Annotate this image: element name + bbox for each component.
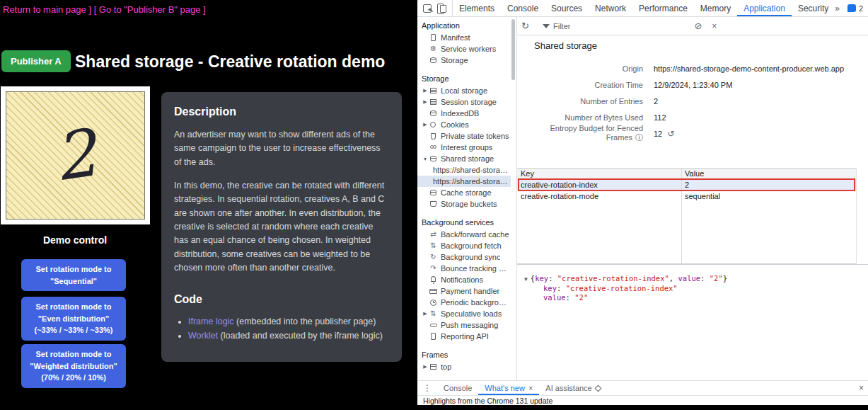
service-worker-icon: ⚙ <box>429 45 438 53</box>
sidebar-item-bounce-tracking[interactable]: ↷Bounce tracking miti… <box>417 263 511 274</box>
sidebar-item-payment-handler[interactable]: Payment handler <box>417 285 511 297</box>
sync-arrows-icon: ↻ <box>429 253 438 261</box>
sidebar-item-push-messaging[interactable]: Push messaging <box>417 319 511 331</box>
colon: : <box>566 293 575 302</box>
preview-object-line[interactable]: ▼{key: "creative-rotation-index", value:… <box>524 274 868 284</box>
info-icon[interactable]: ⓘ <box>635 133 643 142</box>
more-panels-icon[interactable]: » <box>835 4 840 13</box>
sidebar-item-session-storage[interactable]: ▶Session storage <box>417 96 511 108</box>
sidebar-section-frames[interactable]: Frames <box>417 348 511 361</box>
sidebar-item-label: Private state tokens <box>441 132 509 140</box>
iframe-logic-link[interactable]: Iframe logic <box>188 317 234 326</box>
clear-events-icon[interactable]: ⊘ <box>694 21 702 31</box>
close-icon[interactable]: × <box>712 21 717 31</box>
table-row-creative-rotation-mode[interactable]: creative-rotation-mode sequential <box>517 190 856 202</box>
chevron-right-icon[interactable]: ▶ <box>422 88 429 93</box>
sidebar-item-label: Background fetch <box>441 241 502 250</box>
meta-label-text: Entropy Budget for Fenced Frames <box>550 124 643 142</box>
sidebar-item-background-fetch[interactable]: ⇅Background fetch <box>417 240 511 251</box>
scrollbar-thumb[interactable] <box>511 19 515 80</box>
button-label-line: (~33% / ~33% / ~33%) <box>24 324 123 336</box>
sidebar-item-private-state-tokens[interactable]: Private state tokens <box>417 130 511 142</box>
sidebar-item-shared-storage[interactable]: ▼Shared storage <box>417 153 511 164</box>
sidebar-item-background-sync[interactable]: ↻Background sync <box>417 251 511 263</box>
sidebar-item-service-workers[interactable]: ⚙Service workers <box>417 43 511 55</box>
rotation-mode-weighted-distribution-button[interactable]: Set rotation mode to "Weighted distribut… <box>21 344 126 388</box>
colon: : <box>548 274 557 283</box>
sidebar-section-storage[interactable]: Storage <box>417 72 511 85</box>
creative-digit: 2 <box>50 120 100 190</box>
meta-label: Number of Bytes Used <box>517 113 643 122</box>
value-column-header[interactable]: Value <box>681 169 704 178</box>
tab-network[interactable]: Network <box>589 0 632 16</box>
meta-row-entropy-budget: Entropy Budget for Fenced Framesⓘ 12↺ <box>517 125 868 142</box>
tab-memory[interactable]: Memory <box>694 0 737 16</box>
sidebar-item-back-forward-cache[interactable]: ⇄Back/forward cache <box>417 229 511 240</box>
sidebar-item-manifest[interactable]: Manifest <box>417 32 511 43</box>
bell-icon <box>429 275 438 284</box>
column-divider[interactable] <box>681 169 682 263</box>
sidebar-item-cache-storage[interactable]: Cache storage <box>417 187 511 198</box>
comma: , <box>669 274 678 283</box>
sidebar-item-top-frame[interactable]: ▶top <box>417 361 511 372</box>
top-nav-links[interactable]: Return to main page ] [ Go to "Publisher… <box>3 4 206 15</box>
chevron-right-icon[interactable]: ▶ <box>422 99 429 105</box>
sidebar-item-storage-buckets[interactable]: Storage buckets <box>417 198 511 210</box>
issues-counter[interactable]: 2 <box>847 4 863 13</box>
sidebar-item-label: Shared storage <box>441 154 494 163</box>
tab-sources[interactable]: Sources <box>545 0 589 16</box>
sidebar-section-application[interactable]: Application <box>417 19 511 32</box>
tab-security[interactable]: Security <box>792 0 835 16</box>
sidebar-item-notifications[interactable]: Notifications <box>417 274 511 285</box>
device-toolbar-icon[interactable] <box>437 4 446 13</box>
sidebar-section-background-services[interactable]: Background services <box>417 216 511 229</box>
sidebar-item-shared-storage-origin-2[interactable]: https://shared-storage… <box>417 176 511 187</box>
string-value: "creative-rotation-index" <box>566 284 678 292</box>
chevron-right-icon[interactable]: ▶ <box>422 122 429 127</box>
string-value: "2" <box>710 274 723 283</box>
sidebar-item-reporting-api[interactable]: Reporting API <box>417 331 511 342</box>
key-column-header[interactable]: Key <box>517 169 681 178</box>
drawer-tab-ai-assistance[interactable]: AI assistance <box>539 381 606 395</box>
colon: : <box>557 284 566 292</box>
sidebar-item-indexeddb[interactable]: IndexedDB <box>417 108 511 119</box>
tab-performance[interactable]: Performance <box>632 0 694 16</box>
rotation-mode-sequential-button[interactable]: Set rotation mode to "Sequential" <box>21 259 126 291</box>
spark-icon <box>594 385 601 392</box>
rotation-mode-even-distribution-button[interactable]: Set rotation mode to "Even distribution"… <box>21 297 126 341</box>
tab-application[interactable]: Application <box>737 0 792 16</box>
sidebar-item-label: Background sync <box>441 253 500 261</box>
sidebar-item-interest-groups[interactable]: Interest groups <box>417 142 511 153</box>
filter-funnel-icon[interactable] <box>543 24 550 28</box>
table-row-creative-rotation-index[interactable]: creative-rotation-index 2 <box>517 179 856 190</box>
colon: : <box>700 274 710 283</box>
chevron-right-icon[interactable]: ▶ <box>422 364 429 370</box>
chevron-right-icon[interactable]: ▶ <box>422 311 429 317</box>
meta-value: https://shared-storage-demo-content-prod… <box>654 64 844 73</box>
sidebar-item-speculative-loads[interactable]: ▶⇅Speculative loads <box>417 308 511 319</box>
button-label-line: (70% / 20% / 10%) <box>24 372 123 384</box>
drawer-tab-whats-new[interactable]: What's new× <box>478 381 539 395</box>
devtools-body: Application Manifest ⚙Service workers St… <box>417 17 868 380</box>
chevron-down-icon[interactable]: ▼ <box>422 156 429 161</box>
sidebar-scrollbar[interactable] <box>511 17 516 380</box>
filter-label[interactable]: Filter <box>553 22 570 30</box>
close-icon[interactable]: × <box>528 384 533 392</box>
refresh-icon[interactable]: ↻ <box>521 21 537 31</box>
sidebar-item-shared-storage-origin-1[interactable]: https://shared-storage… <box>417 164 511 176</box>
sidebar-item-local-storage[interactable]: ▶Local storage <box>417 85 511 96</box>
database-icon <box>429 56 438 64</box>
drawer-tab-console[interactable]: Console <box>437 381 478 395</box>
demo-control-heading: Demo control <box>0 234 150 246</box>
reset-budget-icon[interactable]: ↺ <box>667 129 674 139</box>
sidebar-item-periodic-background-sync[interactable]: Periodic backgroun… <box>417 297 511 308</box>
sidebar-item-cookies[interactable]: ▶Cookies <box>417 119 511 130</box>
worklet-link[interactable]: Worklet <box>188 331 218 341</box>
sidebar-item-storage[interactable]: Storage <box>417 55 511 66</box>
disclosure-triangle-icon[interactable]: ▼ <box>524 276 528 283</box>
tab-elements[interactable]: Elements <box>453 0 501 16</box>
drawer-menu-icon[interactable]: ⋮ <box>423 383 432 393</box>
drawer-close-icon[interactable]: × <box>859 383 864 393</box>
inspect-element-icon[interactable] <box>423 4 432 13</box>
tab-console[interactable]: Console <box>501 0 545 16</box>
